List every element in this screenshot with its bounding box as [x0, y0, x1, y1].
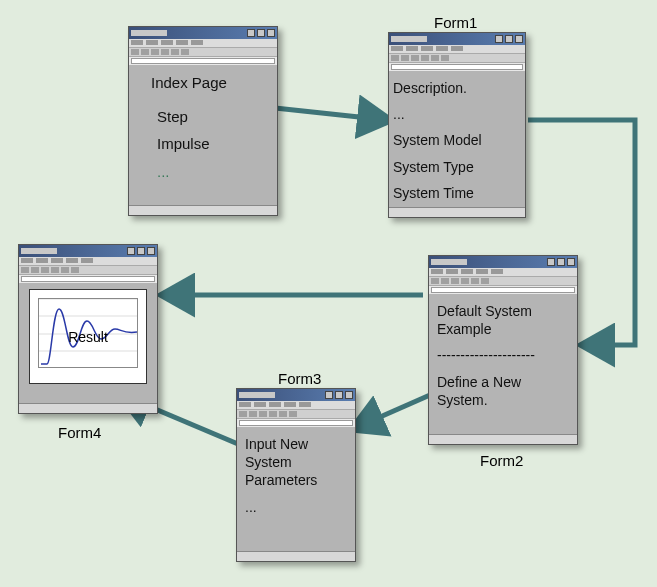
window-titlebar	[429, 256, 577, 268]
window-form1: Description. ... System Model System Typ…	[388, 32, 526, 218]
svg-line-3	[355, 395, 430, 428]
close-icon	[147, 247, 155, 255]
minimize-icon	[495, 35, 503, 43]
maximize-icon	[257, 29, 265, 37]
window-titlebar	[389, 33, 525, 45]
label-form2: Form2	[480, 452, 523, 469]
maximize-icon	[557, 258, 565, 266]
form2-content: Default System Example -----------------…	[433, 298, 573, 432]
index-title: Index Page	[151, 73, 273, 93]
close-icon	[515, 35, 523, 43]
window-menubar	[237, 401, 355, 409]
window-addressbar	[389, 62, 525, 71]
window-statusbar	[389, 207, 525, 217]
form3-ellipsis: ...	[245, 498, 347, 516]
maximize-icon	[335, 391, 343, 399]
window-menubar	[129, 39, 277, 47]
minimize-icon	[247, 29, 255, 37]
window-toolbar	[389, 53, 525, 62]
window-menubar	[389, 45, 525, 53]
window-addressbar	[429, 285, 577, 294]
form1-content: Description. ... System Model System Typ…	[393, 75, 521, 205]
window-statusbar	[19, 403, 157, 413]
window-toolbar	[129, 47, 277, 56]
label-form4: Form4	[58, 424, 101, 441]
form1-ellipsis: ...	[393, 105, 521, 123]
minimize-icon	[325, 391, 333, 399]
form1-description: Description.	[393, 79, 521, 97]
window-addressbar	[129, 56, 277, 65]
index-content: Index Page Step Impulse ...	[133, 69, 273, 203]
window-addressbar	[19, 274, 157, 283]
window-statusbar	[237, 551, 355, 561]
close-icon	[567, 258, 575, 266]
index-ellipsis: ...	[157, 162, 273, 182]
window-addressbar	[237, 418, 355, 427]
window-toolbar	[19, 265, 157, 274]
window-form4: Result	[18, 244, 158, 414]
index-item-step: Step	[157, 107, 273, 127]
minimize-icon	[547, 258, 555, 266]
maximize-icon	[137, 247, 145, 255]
form3-input-params: Input New System Parameters	[245, 435, 347, 490]
form2-define-new: Define a New System.	[437, 373, 569, 409]
window-index-page: Index Page Step Impulse ...	[128, 26, 278, 216]
close-icon	[267, 29, 275, 37]
index-item-impulse: Impulse	[157, 134, 273, 154]
maximize-icon	[505, 35, 513, 43]
plot-caption	[33, 377, 34, 383]
svg-line-1	[275, 108, 387, 120]
form4-content: Result	[23, 287, 153, 401]
window-form3: Input New System Parameters ...	[236, 388, 356, 562]
window-menubar	[429, 268, 577, 276]
label-form3: Form3	[278, 370, 321, 387]
result-label: Result	[23, 329, 153, 345]
window-toolbar	[237, 409, 355, 418]
window-toolbar	[429, 276, 577, 285]
form2-divider: ---------------------	[437, 346, 569, 364]
label-form1: Form1	[434, 14, 477, 31]
window-titlebar	[237, 389, 355, 401]
window-statusbar	[429, 434, 577, 444]
minimize-icon	[127, 247, 135, 255]
window-titlebar	[19, 245, 157, 257]
close-icon	[345, 391, 353, 399]
plot-title-bar	[30, 291, 146, 297]
form2-default-example: Default System Example	[437, 302, 569, 338]
window-menubar	[19, 257, 157, 265]
form3-content: Input New System Parameters ...	[241, 431, 351, 549]
form1-system-time: System Time	[393, 184, 521, 202]
window-statusbar	[129, 205, 277, 215]
window-form2: Default System Example -----------------…	[428, 255, 578, 445]
form1-system-type: System Type	[393, 158, 521, 176]
window-titlebar	[129, 27, 277, 39]
form1-system-model: System Model	[393, 131, 521, 149]
